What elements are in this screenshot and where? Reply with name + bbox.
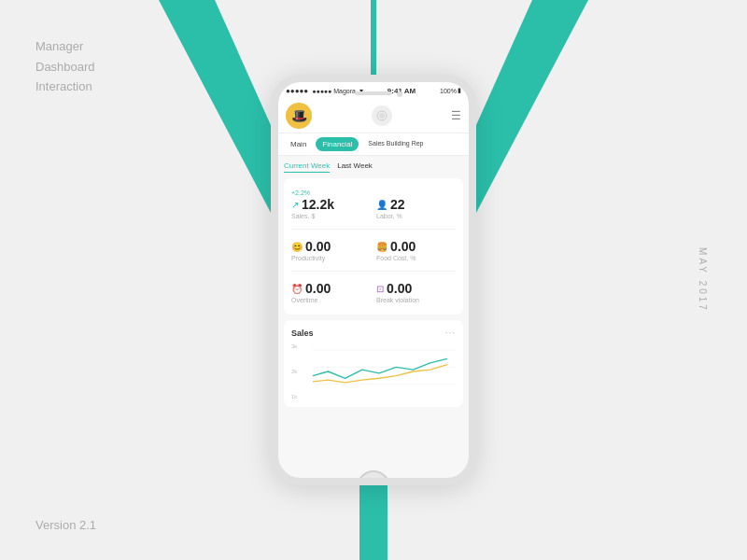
stats-card: +2.2% ↗ 12.2k Sales, $ - 👤 (284, 178, 463, 315)
notification-badge[interactable] (372, 105, 392, 126)
title-line2: Dashboard (35, 58, 95, 77)
productivity-label: Productivity (291, 255, 371, 261)
stat-labor: - 👤 22 Labor, % (376, 186, 456, 223)
sales-value: 12.2k (302, 197, 334, 212)
labor-value: 22 (390, 197, 405, 212)
divider-1 (291, 229, 456, 230)
break-violation-value: 0.00 (387, 281, 412, 296)
battery-percent: 100% (440, 88, 457, 94)
carrier-name: ●●●●● Magora (312, 88, 356, 94)
stat-overtime: ⏰ 0.00 Overtime (291, 277, 371, 307)
version-label: Version 2.1 (35, 518, 96, 532)
chart-label-1k: 1k (291, 394, 297, 399)
chart-label-3k: 3k (291, 343, 297, 349)
sales-value-row: ↗ 12.2k (291, 197, 371, 212)
chart-header: Sales ··· (291, 328, 456, 338)
title-line3: Interaction (35, 77, 95, 96)
phone-screen: ●●●●● ●●●●● Magora ▾ 9:41 AM 100% ▮ 🎩 (278, 82, 469, 478)
stat-sales: +2.2% ↗ 12.2k Sales, $ (291, 186, 371, 223)
divider-2 (291, 271, 456, 272)
labor-icon: 👤 (376, 200, 388, 210)
labor-label: Labor, % (376, 213, 456, 219)
last-week-btn[interactable]: Last Week (337, 161, 373, 173)
chart-card: Sales ··· 3k 2k 1k (284, 320, 463, 407)
chart-title: Sales (291, 329, 314, 338)
app-header: 🎩 ☰ (278, 99, 469, 133)
tab-navigation: Main Financial Sales Building Rep (278, 133, 469, 156)
chart-more-icon[interactable]: ··· (445, 328, 456, 338)
title-labels: Manager Dashboard Interaction (35, 37, 95, 96)
battery-icon: ▮ (458, 87, 461, 94)
phone-body: ●●●●● ●●●●● Magora ▾ 9:41 AM 100% ▮ 🎩 (271, 75, 476, 485)
overtime-value-row: ⏰ 0.00 (291, 281, 371, 296)
chart-area: 3k 2k 1k (291, 343, 456, 399)
overtime-value: 0.00 (305, 281, 331, 296)
productivity-value-row: 😊 0.00 (291, 239, 371, 254)
labor-value-row: 👤 22 (376, 197, 456, 212)
stat-food-cost: 🍔 0.00 Food Cost, % (376, 235, 456, 265)
status-bar: ●●●●● ●●●●● Magora ▾ 9:41 AM 100% ▮ (278, 82, 469, 99)
food-cost-label: Food Cost, % (376, 255, 456, 261)
current-week-btn[interactable]: Current Week (284, 161, 330, 173)
food-cost-icon: 🍔 (376, 242, 388, 252)
overtime-icon: ⏰ (291, 284, 303, 294)
overtime-label: Overtime (291, 297, 371, 303)
sales-label: Sales, $ (291, 213, 371, 219)
battery-indicator: 100% ▮ (440, 87, 461, 94)
stat-productivity: 😊 0.00 Productivity (291, 235, 371, 265)
sales-change: +2.2% (291, 189, 371, 196)
signal-indicator: ●●●●● ●●●●● Magora ▾ (286, 87, 363, 95)
break-violation-value-row: ⊡ 0.00 (376, 281, 456, 296)
chart-label-2k: 2k (291, 369, 297, 374)
chart-y-labels: 3k 2k 1k (291, 343, 297, 399)
food-cost-value: 0.00 (390, 239, 416, 254)
date-label: MAY 2017 (698, 247, 709, 313)
week-selector: Current Week Last Week (284, 161, 463, 173)
tab-main[interactable]: Main (284, 137, 313, 151)
title-line1: Manager (35, 37, 95, 56)
user-avatar[interactable]: 🎩 (286, 103, 312, 129)
food-cost-value-row: 🍔 0.00 (376, 239, 456, 254)
break-violation-icon: ⊡ (376, 284, 384, 294)
productivity-icon: 😊 (291, 242, 303, 252)
tab-financial[interactable]: Financial (316, 137, 359, 151)
tab-sales-building[interactable]: Sales Building Rep (361, 137, 430, 151)
phone-camera (397, 91, 402, 97)
svg-point-5 (379, 113, 385, 119)
productivity-value: 0.00 (305, 239, 331, 254)
app-content: Current Week Last Week +2.2% ↗ 12.2k (278, 156, 469, 478)
stats-grid: +2.2% ↗ 12.2k Sales, $ - 👤 (291, 186, 456, 307)
chart-svg (291, 343, 456, 399)
sales-icon: ↗ (291, 200, 299, 210)
signal-dots: ●●●●● (286, 87, 308, 95)
menu-icon[interactable]: ☰ (451, 109, 461, 122)
phone-mockup: ●●●●● ●●●●● Magora ▾ 9:41 AM 100% ▮ 🎩 (271, 75, 476, 485)
stat-break-violation: ⊡ 0.00 Break violation (376, 277, 456, 307)
break-violation-label: Break violation (376, 297, 456, 303)
phone-speaker (355, 91, 392, 95)
